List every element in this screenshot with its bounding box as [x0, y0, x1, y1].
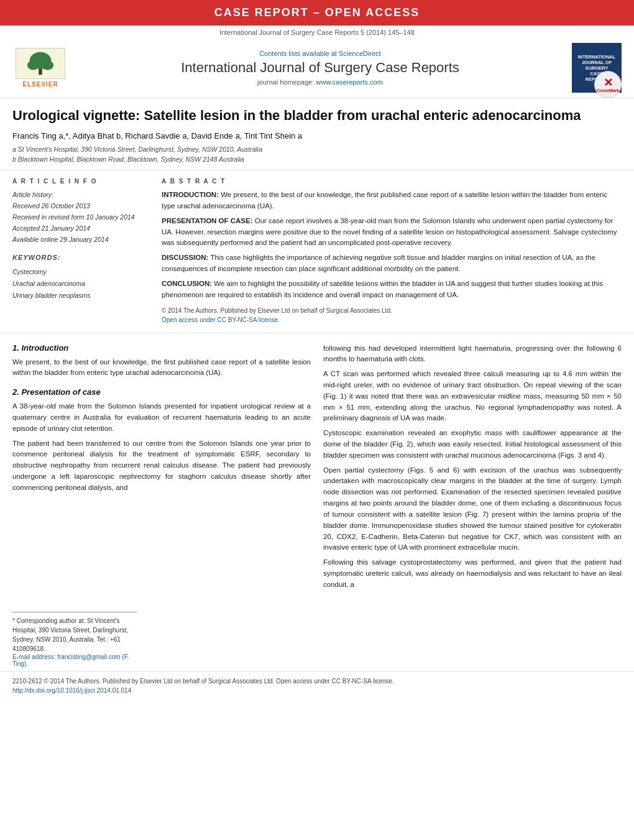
footer-doi[interactable]: http://dx.doi.org/10.1016/j.ijscr.2014.0…: [12, 686, 622, 695]
header-banner: CASE REPORT – OPEN ACCESS: [0, 0, 634, 25]
journal-ref-line: International Journal of Surgery Case Re…: [0, 25, 634, 38]
email-label: E-mail address:: [12, 653, 57, 660]
copyright-line: © 2014 The Authors. Published by Elsevie…: [162, 306, 622, 316]
info-abstract-section: A R T I C L E I N F O Article history: R…: [0, 170, 634, 333]
article-header: Urological vignette: Satellite lesion in…: [0, 98, 634, 170]
article-info-label: A R T I C L E I N F O: [12, 178, 149, 185]
article-info-col: A R T I C L E I N F O Article history: R…: [12, 178, 149, 325]
keywords-label: Keywords:: [12, 254, 149, 261]
homepage-prefix: journal homepage:: [257, 78, 316, 86]
body-left-col: 1. Introduction We present, to the best …: [12, 343, 311, 599]
conclusion-label: CONCLUSION:: [162, 280, 212, 287]
right-para1: following this had developed intermitten…: [323, 343, 622, 366]
abstract-conclusion: CONCLUSION: We aim to highlight the poss…: [162, 279, 622, 301]
keywords-list: Cystectomy Urachal adenocarcinoma Urinar…: [12, 266, 149, 302]
elsevier-wordmark: ELSEVIER: [22, 81, 58, 88]
svg-point-3: [27, 60, 39, 70]
keyword-3: Urinary bladder neoplasms: [12, 290, 149, 302]
keyword-2: Urachal adenocarcinoma: [12, 278, 149, 290]
section1-para: We present, to the best of our knowledge…: [12, 357, 311, 379]
right-para2: A CT scan was performed which revealed t…: [323, 369, 622, 424]
journal-homepage: journal homepage: www.casereports.com: [68, 78, 572, 86]
discussion-text: This case highlights the importance of a…: [162, 254, 595, 272]
conclusion-text: We aim to highlight the possibility of s…: [162, 280, 603, 298]
intro-text: We present, to the best of our knowledge…: [162, 191, 607, 210]
keyword-1: Cystectomy: [12, 266, 149, 278]
elsevier-logo: ELSEVIER: [12, 48, 68, 88]
discussion-label: DISCUSSION:: [162, 254, 208, 261]
footnote-star: * Corresponding author at: St Vincent's …: [12, 616, 137, 653]
footer-issn: 2210-2612 © 2014 The Authors. Published …: [12, 676, 622, 686]
authors-line: Francis Ting a,*, Aditya Bhat b, Richard…: [12, 131, 622, 141]
section2-text: A 38-year-old male from the Solomon Isla…: [12, 401, 311, 494]
crossmark-icon: ✕ CrossMark: [597, 77, 619, 93]
section2-heading: 2. Presentation of case: [12, 387, 311, 397]
right-para3: Cystoscopic examination revealed an exop…: [323, 428, 622, 461]
intro-label: INTRODUCTION:: [162, 191, 219, 198]
journal-ref: International Journal of Surgery Case Re…: [219, 29, 415, 36]
top-section: ELSEVIER Contents lists available at Sci…: [0, 38, 634, 98]
right-col-text: following this had developed intermitten…: [323, 343, 622, 591]
abstract-label: A B S T R A C T: [162, 178, 622, 185]
homepage-link[interactable]: www.casereports.com: [316, 78, 383, 86]
article-history: Article history: Received 26 October 201…: [12, 190, 149, 245]
abstract-col: A B S T R A C T INTRODUCTION: We present…: [162, 178, 622, 325]
received-date: Received 26 October 2013: [12, 201, 149, 212]
banner-text: CASE REPORT – OPEN ACCESS: [214, 6, 420, 19]
right-para5: Following this salvage cystoprostatectom…: [323, 557, 622, 590]
sciencedirect-link[interactable]: ScienceDirect: [339, 50, 381, 57]
affiliations: a St Vincent's Hospital, 390 Victoria St…: [12, 144, 622, 165]
journal-main-title: International Journal of Surgery Case Re…: [68, 60, 572, 76]
presentation-label: PRESENTATION OF CASE:: [162, 217, 253, 224]
abstract-body: INTRODUCTION: We present, to the best of…: [162, 190, 622, 325]
footnote-section: * Corresponding author at: St Vincent's …: [12, 612, 137, 667]
available-date: Available online 29 January 2014: [12, 234, 149, 246]
main-body: 1. Introduction We present, to the best …: [0, 333, 634, 606]
crossmark-badge[interactable]: ✕ CrossMark: [594, 71, 622, 98]
article-title: Urological vignette: Satellite lesion in…: [12, 107, 622, 125]
keywords-section: Keywords: Cystectomy Urachal adenocarcin…: [12, 254, 149, 302]
cc-license[interactable]: Open access under CC BY-NC-SA license.: [162, 315, 622, 325]
footnote-email-line: E-mail address: francisting@gmail.com (F…: [12, 653, 137, 667]
authors-text: Francis Ting a,*, Aditya Bhat b, Richard…: [12, 131, 302, 141]
page: CASE REPORT – OPEN ACCESS International …: [0, 0, 634, 840]
history-label: Article history:: [12, 190, 149, 201]
abstract-discussion: DISCUSSION: This case highlights the imp…: [162, 252, 622, 275]
section2-para1: A 38-year-old male from the Solomon Isla…: [12, 401, 311, 434]
section1-heading: 1. Introduction: [12, 343, 311, 353]
received-revised-date: Received in revised form 10 January 2014: [12, 212, 149, 223]
contents-prefix: Contents lists available at: [259, 50, 339, 57]
section1-text: We present, to the best of our knowledge…: [12, 357, 311, 379]
affiliation-b: b Blacktown Hospital, Blacktown Road, Bl…: [12, 154, 622, 165]
right-para4: Open partial cystectomy (Figs. 5 and 6) …: [323, 465, 622, 554]
abstract-intro: INTRODUCTION: We present, to the best of…: [162, 190, 622, 212]
section2-para2: The patient had been transferred to our …: [12, 438, 311, 494]
elsevier-tree-image: [16, 48, 65, 79]
accepted-date: Accepted 21 January 2014: [12, 223, 149, 234]
affiliation-a: a St Vincent's Hospital, 390 Victoria St…: [12, 144, 622, 155]
journal-title-center: Contents lists available at ScienceDirec…: [68, 50, 572, 86]
email-address[interactable]: francisting@gmail.com: [57, 653, 120, 660]
contents-link: Contents lists available at ScienceDirec…: [68, 50, 572, 57]
page-footer: 2210-2612 © 2014 The Authors. Published …: [0, 671, 634, 700]
abstract-presentation: PRESENTATION OF CASE: Our case report in…: [162, 216, 622, 249]
body-right-col: following this had developed intermitten…: [323, 343, 622, 599]
svg-point-4: [42, 60, 53, 70]
